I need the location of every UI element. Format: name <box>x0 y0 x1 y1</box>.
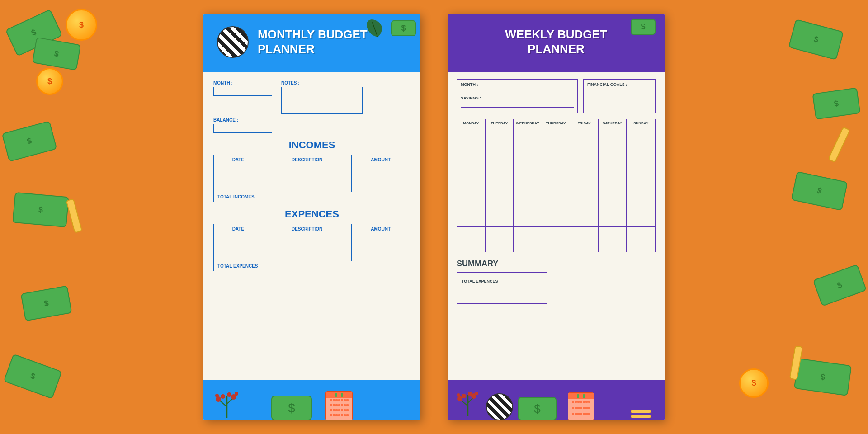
weekly-header: WEEKLY BUDGET PLANNER $ <box>448 14 665 72</box>
notes-input[interactable] <box>281 87 363 114</box>
week-cell[interactable] <box>457 202 486 227</box>
incomes-description-header: DESCRIPTION <box>263 155 351 165</box>
monthly-body: MONTH : NOTES : BALANCE : INCOMES <box>203 72 420 380</box>
week-cell[interactable] <box>457 127 486 152</box>
week-cell[interactable] <box>514 152 542 177</box>
cal-cell <box>338 399 340 401</box>
week-cell[interactable] <box>570 127 599 152</box>
week-cell[interactable] <box>486 202 514 227</box>
month-field-group: MONTH : <box>213 80 272 114</box>
weekly-plant-decoration <box>457 387 479 420</box>
income-date-cell[interactable] <box>214 165 263 192</box>
income-desc-cell[interactable] <box>263 165 351 192</box>
week-cell[interactable] <box>486 127 514 152</box>
balance-label: BALANCE : <box>213 118 272 123</box>
summary-title: SUMMARY <box>457 259 656 269</box>
week-cell[interactable] <box>514 202 542 227</box>
deco-money-bill: $ <box>3 354 62 399</box>
total-expences-label: TOTAL EXPENCES <box>462 279 498 283</box>
balance-input[interactable] <box>213 124 272 133</box>
planners-container: MONTHLY BUDGET PLANNER $ MONTH : <box>81 14 787 420</box>
week-cell[interactable] <box>457 152 486 177</box>
week-cell[interactable] <box>514 127 542 152</box>
week-cell[interactable] <box>627 177 655 202</box>
week-cell[interactable] <box>627 227 655 252</box>
week-cell[interactable] <box>542 152 571 177</box>
expence-desc-cell[interactable] <box>263 234 351 261</box>
week-cell[interactable] <box>627 152 655 177</box>
svg-point-4 <box>221 394 225 399</box>
cal-cell <box>580 407 582 409</box>
week-cell[interactable] <box>570 227 599 252</box>
cal-cell <box>341 404 343 406</box>
expence-date-cell[interactable] <box>214 234 263 261</box>
weekly-calendar: MONDAY TUESDAY WEDNESDAY THURSDAY FRIDAY… <box>457 119 656 252</box>
week-cell[interactable] <box>457 227 486 252</box>
cal-cell <box>588 407 590 409</box>
week-day-monday: MONDAY <box>457 119 486 127</box>
week-cell[interactable] <box>514 227 542 252</box>
week-cell[interactable] <box>599 202 627 227</box>
svg-point-16 <box>468 392 472 396</box>
week-cell[interactable] <box>570 202 599 227</box>
cal-cell <box>580 401 582 403</box>
cal-cell <box>346 399 349 401</box>
cal-cell <box>335 399 338 401</box>
total-expences-label: TOTAL EXPENCES <box>214 261 410 271</box>
week-cell[interactable] <box>486 177 514 202</box>
table-row <box>214 234 410 261</box>
week-cell[interactable] <box>599 127 627 152</box>
weekly-month-input[interactable] <box>461 88 574 94</box>
cal-cell <box>338 414 340 416</box>
week-cell[interactable] <box>514 177 542 202</box>
cal-cell <box>583 413 585 415</box>
week-cell[interactable] <box>599 227 627 252</box>
cal-cell <box>333 414 335 416</box>
week-cell[interactable] <box>486 227 514 252</box>
week-cell[interactable] <box>570 177 599 202</box>
svg-point-8 <box>235 392 238 396</box>
week-cell[interactable] <box>542 127 571 152</box>
table-row <box>214 165 410 192</box>
weekly-financial-goals-group: FINANCIAL GOALS : <box>583 79 656 113</box>
incomes-table: DATE DESCRIPTION AMOUNT TOTAL INCOMES <box>213 155 410 202</box>
cal-cell <box>577 407 580 409</box>
monthly-planner: MONTHLY BUDGET PLANNER $ MONTH : <box>203 14 420 420</box>
expence-amount-cell[interactable] <box>351 234 410 261</box>
week-cell[interactable] <box>599 177 627 202</box>
weekly-planner: WEEKLY BUDGET PLANNER $ MONTH : SAVINGS … <box>448 14 665 420</box>
cal-cell <box>344 414 346 416</box>
svg-line-1 <box>219 400 227 407</box>
week-cell[interactable] <box>457 177 486 202</box>
cal-cell <box>344 409 346 411</box>
cal-cell <box>341 399 343 401</box>
week-cell[interactable] <box>542 227 571 252</box>
cal-cell <box>575 401 577 403</box>
week-cell[interactable] <box>599 152 627 177</box>
week-days-header: MONDAY TUESDAY WEDNESDAY THURSDAY FRIDAY… <box>457 119 655 127</box>
total-incomes-label: TOTAL INCOMES <box>214 192 410 202</box>
deco-money-bill: $ <box>813 264 867 307</box>
month-input[interactable] <box>213 87 272 96</box>
week-day-tuesday: TUESDAY <box>486 119 514 127</box>
expences-date-header: DATE <box>214 224 263 234</box>
income-amount-cell[interactable] <box>351 165 410 192</box>
week-cell[interactable] <box>542 177 571 202</box>
weekly-savings-input[interactable] <box>461 101 574 108</box>
weekly-planner-title: WEEKLY BUDGET PLANNER <box>505 28 607 56</box>
week-cell[interactable] <box>627 127 655 152</box>
week-day-sunday: SUNDAY <box>627 119 655 127</box>
weekly-financial-goals-input[interactable] <box>587 88 651 110</box>
cal-cell <box>341 414 343 416</box>
expences-section-title: EXPENCES <box>213 208 410 220</box>
week-cell[interactable] <box>486 152 514 177</box>
total-expences-box: TOTAL EXPENCES <box>457 272 547 304</box>
week-cell[interactable] <box>542 202 571 227</box>
week-cell[interactable] <box>570 152 599 177</box>
week-cell[interactable] <box>627 202 655 227</box>
weekly-body: MONTH : SAVINGS : FINANCIAL GOALS : MOND… <box>448 72 665 380</box>
cal-cell <box>330 414 332 416</box>
cal-cell <box>346 414 349 416</box>
calendar-top <box>568 393 594 399</box>
svg-point-13 <box>462 394 466 398</box>
